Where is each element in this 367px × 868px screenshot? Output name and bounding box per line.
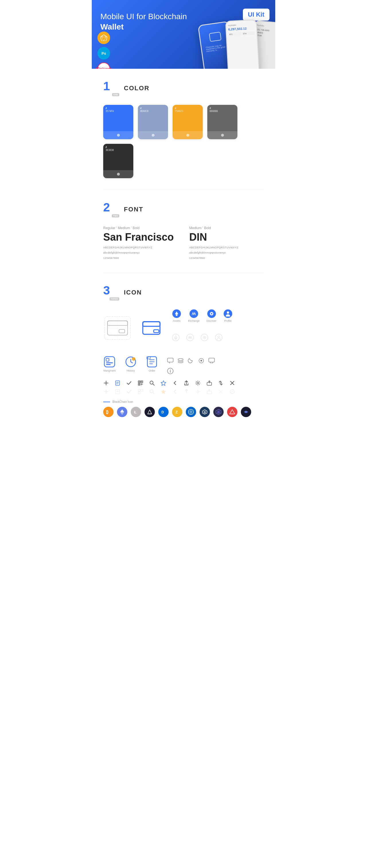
- blockchain-line-decoration: [103, 402, 110, 402]
- ps-badge: Ps: [97, 47, 110, 60]
- layers-icon: [177, 357, 184, 364]
- svg-line-61: [153, 384, 154, 385]
- svg-point-17: [227, 311, 229, 314]
- icon-colored-wallet: [140, 316, 163, 339]
- font-style-din: Medium ' Bold: [189, 226, 264, 230]
- crypto-dark: [213, 407, 224, 417]
- icon-item-assets: Assets: [172, 309, 181, 322]
- svg-text:Z: Z: [175, 410, 178, 414]
- nav-icons-row-ghost: [172, 334, 232, 341]
- svg-point-21: [201, 334, 208, 341]
- icon-item-exchange: Exchange: [188, 309, 200, 322]
- svg-point-77: [150, 390, 153, 393]
- svg-marker-98: [230, 410, 235, 414]
- check-icon: [126, 380, 132, 386]
- svg-point-19: [175, 338, 177, 339]
- color-dot: [117, 173, 120, 176]
- svg-rect-57: [139, 384, 140, 385]
- icon-item-history: ! History: [124, 355, 137, 372]
- font-grid: Regular ' Medium ' Bold San Francisco AB…: [103, 226, 264, 261]
- svg-rect-76: [138, 392, 140, 394]
- blockchain-label: BlockChain Icon: [103, 400, 264, 403]
- color-dot: [117, 134, 120, 137]
- crypto-zcash: Z: [172, 407, 182, 417]
- toolbar-icons-active: [103, 380, 264, 386]
- main-content: 1 ONE COLOR #3574FA #8DA0C8 #F5A623 #666…: [92, 69, 275, 429]
- screens-badge: 60+Screens: [97, 62, 110, 69]
- svg-point-20: [187, 334, 194, 341]
- color-section-header: 1 ONE COLOR: [103, 80, 264, 96]
- svg-rect-74: [138, 389, 140, 391]
- svg-rect-75: [141, 389, 143, 391]
- section-number-2: 2 TWO: [103, 202, 119, 217]
- svg-rect-29: [106, 364, 111, 365]
- color-card-dark: #303030: [103, 144, 133, 178]
- svg-line-78: [153, 393, 154, 394]
- svg-rect-28: [106, 362, 113, 363]
- icon-wireframe-wallet: [103, 315, 132, 341]
- svg-point-100: [246, 411, 247, 413]
- svg-marker-79: [161, 389, 166, 394]
- misc-icons-area: [167, 357, 224, 374]
- speech-icon: [167, 357, 174, 364]
- icon-item-order: Order: [146, 355, 158, 372]
- icon-item-discover: Discover: [206, 309, 217, 322]
- nav-icons-area: Assets Exchange: [172, 309, 232, 347]
- svg-point-63: [197, 382, 199, 384]
- svg-point-25: [218, 336, 220, 338]
- crypto-avax: [227, 407, 237, 417]
- star-icon: [161, 380, 166, 386]
- app-icons-area: Mangment ! History: [103, 355, 264, 374]
- svg-point-12: [190, 309, 198, 318]
- crypto-neo: [144, 407, 155, 417]
- svg-rect-26: [104, 356, 115, 367]
- section-number-1: 1 ONE: [103, 80, 119, 96]
- svg-point-39: [178, 359, 183, 361]
- phone-mockup-center: myWallet 6,297,502.12 BTC ETH: [225, 19, 259, 69]
- font-section-title: FONT: [124, 206, 143, 213]
- font-lowercase-din: abcdefghijklmnopqrstuvwxyz: [189, 251, 264, 255]
- svg-point-18: [172, 334, 179, 341]
- sketch-badge: [97, 32, 110, 44]
- icon-item-profile: Profile: [223, 309, 232, 322]
- font-numbers-sf: 1234567890: [103, 256, 178, 260]
- font-din: Medium ' Bold DIN ABCDEFGHIJKLMNOPQRSTUV…: [189, 226, 264, 261]
- font-numbers-din: 1234567890: [189, 256, 264, 260]
- icon-item-management: Mangment: [103, 355, 116, 372]
- color-card-orange: #F5A623: [173, 105, 203, 139]
- color-dot: [186, 134, 189, 137]
- font-name-din: DIN: [189, 231, 264, 243]
- crypto-ark: [200, 407, 210, 417]
- back-icon: [172, 380, 178, 386]
- svg-point-31: [132, 357, 135, 361]
- svg-point-22: [203, 336, 205, 339]
- svg-text:Ł: Ł: [134, 410, 137, 414]
- svg-marker-62: [161, 381, 166, 385]
- svg-point-11: [176, 314, 177, 316]
- qr-icon: [138, 380, 143, 386]
- color-section-title: COLOR: [124, 85, 149, 92]
- swap-icon: [218, 380, 224, 386]
- font-section: 2 TWO FONT Regular ' Medium ' Bold San F…: [103, 190, 264, 273]
- search-icon: [149, 380, 155, 386]
- color-card-slate: #8DA0C8: [138, 105, 168, 139]
- svg-marker-95: [204, 411, 206, 414]
- icon-section: 3 THREE ICON: [103, 273, 264, 429]
- svg-point-23: [204, 337, 205, 338]
- crypto-bitcoin: ₿: [103, 407, 114, 417]
- svg-point-80: [197, 391, 199, 393]
- share-icon: [184, 380, 189, 386]
- export-icon: [206, 380, 212, 386]
- svg-rect-27: [106, 359, 109, 361]
- moon-icon: [188, 357, 194, 364]
- svg-marker-97: [217, 410, 220, 414]
- icon-section-title: ICON: [124, 289, 142, 296]
- font-lowercase-sf: abcdefghijklmnopqrstuvwxyz: [103, 251, 178, 255]
- svg-rect-9: [154, 330, 159, 333]
- font-san-francisco: Regular ' Medium ' Bold San Francisco AB…: [103, 226, 178, 261]
- colors-grid: #3574FA #8DA0C8 #F5A623 #666666 #303030: [103, 105, 264, 178]
- svg-point-15: [211, 313, 212, 314]
- hero-badges: Ps 60+Screens: [97, 32, 110, 69]
- svg-rect-55: [139, 381, 140, 382]
- svg-point-41: [200, 360, 202, 362]
